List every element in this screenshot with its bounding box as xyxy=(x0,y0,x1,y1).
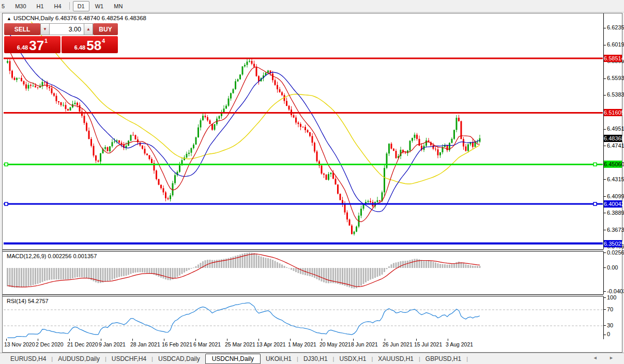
timeframe-button-h4[interactable]: H4 xyxy=(50,1,66,11)
price-axis[interactable]: 6.623506.601906.580906.559306.538306.495… xyxy=(604,13,622,339)
axis-tick xyxy=(604,291,606,292)
axis-tick xyxy=(604,129,606,130)
symbol-title: USDCNH,Daily xyxy=(13,15,54,21)
date-label: 15 Jul 2021 xyxy=(414,341,442,347)
date-label: 6 Mar 2021 xyxy=(193,341,221,347)
one-click-trade-panel: SELL ▼ 3.00 ▲ BUY 6.48 37 1 6.48 58 4 xyxy=(4,23,118,53)
axis-tick xyxy=(604,45,606,45)
chart-tab-bar: EURUSD,H4|AUDUSD,Daily|USDCHF,H4|USDCAD,… xyxy=(0,353,624,364)
price-tick-label: 6.62350 xyxy=(607,24,624,30)
time-tick xyxy=(322,339,322,341)
date-label: 9 Jan 2021 xyxy=(99,341,126,347)
rsi-tick-label: 30 xyxy=(607,322,613,328)
volume-increase-button[interactable]: ▲ xyxy=(84,23,93,35)
timeframe-button-d1[interactable]: D1 xyxy=(73,1,89,11)
axis-tick xyxy=(604,335,606,335)
axis-tick xyxy=(604,230,606,230)
date-label: 13 Nov 2020 xyxy=(4,341,35,347)
date-label: 1 May 2021 xyxy=(288,341,316,347)
price-tick-label: 6.53830 xyxy=(607,91,624,98)
ohlc-values: 6.48376 6.48740 6.48254 6.48368 xyxy=(55,15,146,21)
sell-price-display[interactable]: 6.48 37 1 xyxy=(4,36,60,53)
sell-price-sup: 1 xyxy=(44,37,48,44)
chart-tab-usdcnh-daily[interactable]: USDCNH,Daily xyxy=(205,354,261,364)
timeframe-button-mn[interactable]: MN xyxy=(109,1,127,11)
chart-tab-dj30-h1[interactable]: DJ30,H1 xyxy=(298,354,333,363)
time-tick xyxy=(448,339,448,341)
axis-tick xyxy=(604,196,606,197)
macd-tick-label: 0.025609 xyxy=(607,249,624,256)
chart-tab-eurusd-h4[interactable]: EURUSD,H4 xyxy=(5,354,51,363)
chart-tab-gbpusd-h1[interactable]: GBPUSD,H1 xyxy=(420,354,466,363)
sell-price-big: 37 xyxy=(29,39,44,52)
axis-tick xyxy=(604,309,606,310)
chart-tab-ukoil-h1[interactable]: UKOil,H1 xyxy=(261,354,297,363)
tab-divider: | xyxy=(466,356,468,362)
axis-tick xyxy=(604,146,606,146)
price-tick-label: 6.40990 xyxy=(607,193,624,199)
time-tick xyxy=(353,339,354,341)
price-tick-label: 6.38890 xyxy=(607,210,624,216)
timeframe-button-w1[interactable]: W1 xyxy=(90,1,109,11)
time-tick xyxy=(164,339,164,341)
timeframe-button-m30[interactable]: M30 xyxy=(10,1,31,11)
macd-label: MACD(12,26,9) 0.002256 0.001357 xyxy=(7,253,97,259)
chart-tab-usdchf-h4[interactable]: USDCHF,H4 xyxy=(106,354,151,363)
sell-button[interactable]: SELL xyxy=(4,23,40,35)
level-badge-resistance-1: 6.58514 xyxy=(604,55,622,62)
axis-tick xyxy=(604,95,606,96)
axis-tick xyxy=(604,252,606,253)
rsi-label: RSI(14) 54.2757 xyxy=(7,298,49,304)
toolbar-separator xyxy=(69,2,70,10)
chart-tab-xauusd-h1[interactable]: XAUUSD,H1 xyxy=(373,354,419,363)
chart-tab-usdcad-daily[interactable]: USDCAD,Daily xyxy=(153,354,205,363)
chart-marker-icon: ▲ xyxy=(7,16,11,21)
price-tick-label: 6.43150 xyxy=(607,176,624,182)
sell-price-small: 6.48 xyxy=(17,44,28,51)
date-label: 8 Jun 2021 xyxy=(351,341,378,347)
volume-decrease-button[interactable]: ▼ xyxy=(40,23,50,35)
date-label: 13 Apr 2021 xyxy=(256,341,286,347)
axis-tick xyxy=(604,267,606,268)
timeframe-toolbar: 5M30H1H4D1W1MN xyxy=(0,0,624,12)
time-tick xyxy=(258,339,259,341)
date-label: 20 May 2021 xyxy=(319,341,351,347)
price-chart[interactable] xyxy=(4,22,603,249)
date-label: 28 Jan 2021 xyxy=(130,341,160,347)
buy-price-display[interactable]: 6.48 58 4 xyxy=(62,36,118,53)
price-tick-label: 6.60190 xyxy=(607,41,624,48)
time-tick xyxy=(290,339,291,341)
axis-tick xyxy=(604,213,606,213)
price-tick-label: 6.49510 xyxy=(607,125,624,132)
timeframe-button-5[interactable]: 5 xyxy=(0,1,9,11)
time-tick xyxy=(195,339,196,341)
date-label: 2 Dec 2020 xyxy=(36,341,64,347)
time-tick xyxy=(227,339,227,341)
chart-tab-usdx-h1[interactable]: USDX,H1 xyxy=(334,354,371,363)
tab-scroll-arrows[interactable]: ◄ ► xyxy=(593,355,619,360)
buy-button[interactable]: BUY xyxy=(93,23,118,35)
timeframe-button-h1[interactable]: H1 xyxy=(32,1,49,11)
time-tick xyxy=(132,339,133,341)
ma-line xyxy=(8,30,480,212)
axis-tick xyxy=(604,78,606,79)
buy-price-big: 58 xyxy=(86,39,101,52)
macd-tick-label: 0.00 xyxy=(607,264,618,271)
rsi-pane: RSI(14) 54.2757 xyxy=(3,296,604,339)
candles-group xyxy=(7,58,481,235)
rsi-tick-label: 70 xyxy=(607,306,613,312)
chart-tab-audusd-daily[interactable]: AUDUSD,Daily xyxy=(53,354,105,363)
time-tick xyxy=(385,339,385,341)
time-tick xyxy=(69,339,70,341)
rsi-tick-label: 0 xyxy=(607,331,610,337)
date-label: 26 Jun 2021 xyxy=(383,341,413,347)
time-tick xyxy=(6,339,7,341)
date-label: 3 Aug 2021 xyxy=(446,341,473,347)
volume-input[interactable]: 3.00 xyxy=(50,23,84,35)
axis-tick xyxy=(604,297,606,298)
date-label: 25 Mar 2021 xyxy=(225,341,255,347)
time-axis[interactable]: 13 Nov 20202 Dec 202021 Dec 20209 Jan 20… xyxy=(3,339,603,351)
chart-title: ▲USDCNH,Daily 6.48376 6.48740 6.48254 6.… xyxy=(7,15,146,21)
time-tick xyxy=(38,339,38,341)
rsi-indicator-chart[interactable] xyxy=(4,296,603,338)
